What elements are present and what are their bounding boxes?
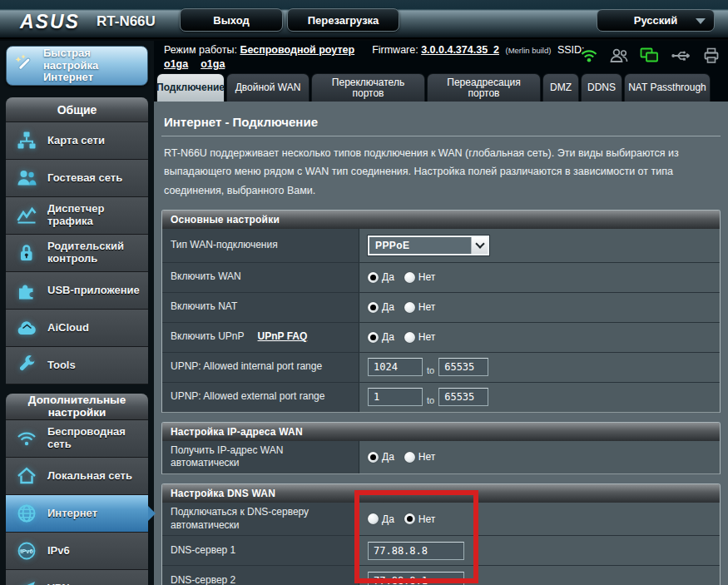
upnp-internal-from-input[interactable]: [368, 358, 423, 376]
sidebar-item-parental-control[interactable]: Родительский контроль: [6, 235, 148, 272]
enable-nat-no-radio[interactable]: [404, 302, 415, 313]
sidebar-item-lan[interactable]: Локальная сеть: [6, 458, 148, 495]
sidebar-item-traffic-manager[interactable]: Диспетчер трафика: [6, 197, 148, 235]
no-label[interactable]: Нет: [418, 513, 435, 525]
status-line-1: Режим работы: Беспроводной роутер Firmwa…: [164, 44, 585, 56]
wan-type-selected-value: PPPoE: [369, 237, 471, 254]
sidebar-item-vpn[interactable]: VPN: [6, 570, 148, 585]
enable-upnp-row: Включить UPnP UPnP FAQ Да Нет: [162, 322, 720, 352]
ssid-link-2[interactable]: o1ga: [201, 58, 225, 70]
dns1-row: DNS-сервер 1: [162, 535, 720, 565]
guest-network-icon: [13, 167, 40, 189]
dns-auto-label: Подключаться к DNS-серверу автоматически: [162, 503, 359, 535]
content-panel: Интернет - Подключение RT-N66U поддержив…: [154, 102, 728, 585]
wan-ip-auto-no-radio[interactable]: [404, 452, 415, 463]
operation-mode-link[interactable]: Беспроводной роутер: [240, 44, 354, 56]
tab-port-forwarding[interactable]: Переадресация портов: [427, 73, 541, 102]
usb-status-icon[interactable]: [671, 47, 692, 64]
ipv6-globe-icon: IPv6: [13, 540, 40, 562]
dns1-input[interactable]: [368, 542, 464, 560]
sidebar-item-label: Беспроводная сеть: [47, 426, 141, 450]
sidebar-item-label: Родительский контроль: [47, 240, 141, 265]
sidebar-item-label: USB-приложение: [47, 285, 140, 297]
menu-group-general: Общие Карта сети Го: [6, 97, 148, 384]
sidebar-item-guest-network[interactable]: Гостевая сеть: [6, 160, 148, 197]
sidebar-item-internet[interactable]: Интернет: [6, 495, 148, 533]
enable-wan-row: Включить WAN Да Нет: [162, 262, 720, 292]
enable-wan-yes-radio[interactable]: [368, 272, 379, 283]
clients-status-icon[interactable]: [609, 47, 629, 64]
dns-auto-yes-radio[interactable]: [368, 513, 379, 524]
quick-setup-button[interactable]: Быстрая настройка Интернет: [6, 46, 148, 86]
basic-config-table: Основные настройки Тип WAN-подключения P…: [161, 210, 721, 413]
sidebar-item-usb-application[interactable]: USB-приложение: [6, 272, 148, 310]
yes-label[interactable]: Да: [382, 331, 394, 343]
wan-dns-table: Настройка DNS WAN Подключаться к DNS-сер…: [161, 483, 721, 585]
tab-dmz[interactable]: DMZ: [542, 73, 579, 102]
wan-ip-auto-yes-radio[interactable]: [368, 452, 379, 463]
tab-dual-wan[interactable]: Двойной WAN: [226, 73, 310, 102]
printer-status-icon[interactable]: [703, 47, 720, 64]
reboot-button[interactable]: Перезагрузка: [287, 8, 399, 32]
upnp-internal-to-input[interactable]: [438, 358, 488, 376]
sidebar-item-label: Локальная сеть: [47, 470, 132, 483]
basic-config-header: Основные настройки: [162, 211, 720, 229]
puzzle-piece-icon: [13, 280, 40, 301]
tab-nat-passthrough[interactable]: NAT Passthrough: [624, 73, 711, 102]
sidebar-item-aicloud[interactable]: AiCloud: [6, 310, 148, 347]
no-label[interactable]: Нет: [418, 271, 435, 283]
sidebar-item-network-map[interactable]: Карта сети: [6, 122, 148, 160]
yes-label[interactable]: Да: [382, 513, 394, 525]
ssid-link-1[interactable]: o1ga: [164, 58, 188, 70]
general-section-header: Общие: [6, 97, 148, 122]
sidebar-item-wireless[interactable]: Беспроводная сеть: [6, 420, 148, 458]
quick-setup-label: Быстрая настройка Интернет: [43, 47, 141, 85]
enable-nat-label: Включить NAT: [162, 293, 359, 322]
firmware-version-link[interactable]: 3.0.0.4.374.35_2: [421, 44, 499, 56]
upnp-internal-range-row: UPNP: Allowed internal port range to: [162, 352, 720, 382]
enable-upnp-label: Включить UPnP: [171, 330, 245, 344]
no-label[interactable]: Нет: [418, 331, 435, 343]
wan-type-select[interactable]: PPPoE: [368, 235, 489, 255]
to-label: to: [427, 395, 434, 409]
enable-upnp-no-radio[interactable]: [404, 332, 415, 343]
network-map-icon: [13, 130, 40, 151]
sidebar-item-ipv6[interactable]: IPv6 IPv6: [6, 533, 148, 570]
wifi-status-icon[interactable]: [580, 47, 598, 64]
dns-auto-row: Подключаться к DNS-серверу автоматически…: [162, 503, 720, 535]
wan-ip-table: Настройка IP-адреса WAN Получить IP-адре…: [161, 422, 721, 474]
tab-ddns[interactable]: DDNS: [581, 73, 622, 102]
wifi-icon: [13, 428, 40, 449]
sidebar-item-tools[interactable]: Tools: [6, 347, 148, 384]
chevron-down-icon: [696, 18, 706, 24]
logout-button[interactable]: Выход: [180, 8, 283, 32]
select-arrow-button[interactable]: [471, 237, 488, 254]
language-dropdown[interactable]: Русский: [597, 9, 715, 32]
yes-label[interactable]: Да: [382, 451, 394, 463]
sidebar-item-label: Интернет: [47, 508, 97, 520]
upnp-faq-link[interactable]: UPnP FAQ: [258, 330, 308, 344]
yes-label[interactable]: Да: [382, 271, 394, 283]
lan-status-icon[interactable]: [640, 47, 660, 64]
top-bar: ASUS RT-N66U Выход Перезагрузка Русский: [0, 0, 728, 39]
tab-connection[interactable]: Подключение: [156, 73, 225, 102]
dns2-input[interactable]: [368, 572, 464, 585]
operation-mode-label: Режим работы:: [164, 44, 237, 56]
wrench-icon: [13, 354, 40, 376]
enable-upnp-yes-radio[interactable]: [368, 332, 379, 343]
firmware-label: Firmware:: [372, 44, 418, 56]
tab-port-trigger[interactable]: Переключатель портов: [311, 73, 425, 102]
globe-icon: [13, 503, 40, 524]
no-label[interactable]: Нет: [418, 451, 435, 463]
upnp-external-from-input[interactable]: [368, 388, 423, 406]
upnp-internal-range-label: UPNP: Allowed internal port range: [162, 353, 359, 382]
enable-wan-no-radio[interactable]: [404, 272, 415, 283]
upnp-external-to-input[interactable]: [438, 388, 488, 406]
enable-nat-yes-radio[interactable]: [368, 302, 379, 313]
sidebar-item-label: Карта сети: [47, 135, 105, 147]
dns-auto-no-radio[interactable]: [404, 513, 415, 524]
svg-text:IPv6: IPv6: [20, 548, 32, 555]
yes-label[interactable]: Да: [382, 301, 394, 313]
enable-nat-row: Включить NAT Да Нет: [162, 292, 720, 322]
no-label[interactable]: Нет: [418, 301, 435, 313]
